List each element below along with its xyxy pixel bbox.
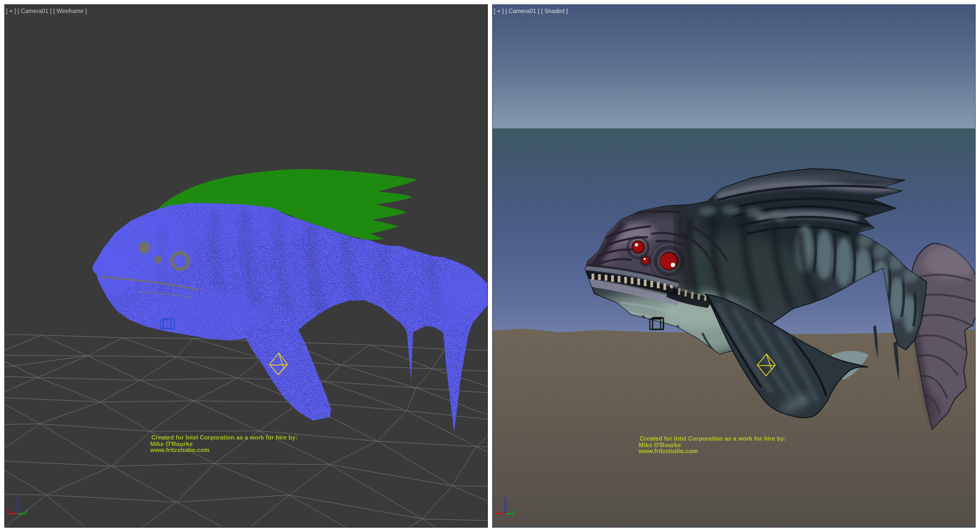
svg-text:x: x bbox=[494, 509, 497, 514]
svg-text:[ + ] [ Camera01 ] [ Wireframe: [ + ] [ Camera01 ] [ Wireframe ] bbox=[6, 8, 87, 14]
svg-text:Created for Intel Corporation: Created for Intel Corporation as a work … bbox=[151, 434, 298, 441]
svg-text:www.fritzstudio.com: www.fritzstudio.com bbox=[638, 448, 698, 454]
svg-text:z: z bbox=[17, 495, 19, 500]
svg-text:y: y bbox=[25, 509, 28, 514]
svg-text:x: x bbox=[7, 508, 9, 513]
svg-text:Created for Intel Corporation: Created for Intel Corporation as a work … bbox=[640, 435, 786, 442]
svg-text:www.fritzstudio.com: www.fritzstudio.com bbox=[150, 447, 210, 453]
svg-text:[ + ] [ Camera01 ] [ Shaded ]: [ + ] [ Camera01 ] [ Shaded ] bbox=[494, 8, 568, 14]
svg-text:z: z bbox=[505, 495, 507, 500]
svg-text:y: y bbox=[512, 509, 515, 514]
